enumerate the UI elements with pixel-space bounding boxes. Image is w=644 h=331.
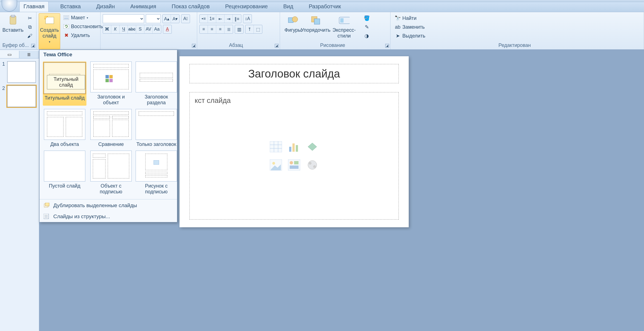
svg-marker-22 [308, 143, 317, 151]
grow-font-button[interactable]: A▴ [163, 15, 171, 23]
svg-point-30 [309, 162, 312, 165]
layout-title-only[interactable]: Только заголовок [136, 109, 177, 147]
layout-content-caption[interactable]: Объект с подписью [90, 151, 132, 195]
panel-view-tabs: ▭ ≣ [0, 51, 39, 58]
thumbnail-number: 1 [2, 61, 6, 67]
popup-separator [39, 199, 177, 199]
slides-tab-icon: ▭ [7, 52, 12, 57]
replace-button[interactable]: ab Заменить [393, 23, 642, 31]
clipboard-dialog-launcher[interactable]: ◢ [31, 44, 35, 48]
layout-label: Объект с подписью [90, 183, 132, 195]
underline-button[interactable]: Ч [120, 25, 128, 33]
svg-rect-27 [294, 161, 299, 164]
shrink-font-button[interactable]: A▾ [171, 15, 179, 23]
arrange-icon [310, 15, 321, 26]
layout-title-slide[interactable]: Титульный слайд Титульный слайд [43, 62, 86, 106]
svg-rect-2 [46, 17, 54, 24]
outline-label: Слайды из структуры... [53, 213, 110, 220]
insert-media-icon[interactable] [305, 157, 320, 173]
layout-label: Макет [71, 15, 85, 21]
change-case-button[interactable]: Aa [153, 25, 161, 33]
svg-point-29 [308, 161, 317, 169]
thumbnail-1[interactable]: 1 [2, 61, 37, 83]
layout-picture-caption[interactable]: Рисунок с подписью [136, 151, 177, 195]
font-family-select[interactable] [103, 14, 144, 23]
shape-fill-button[interactable]: 🪣 [362, 14, 372, 22]
select-button[interactable]: ➤ Выделить [393, 32, 642, 40]
clear-format-button[interactable]: A⃠ [181, 15, 190, 23]
outline-tab-icon: ≣ [27, 52, 31, 57]
insert-table-icon[interactable] [268, 139, 284, 154]
justify-button[interactable]: ≣ [225, 25, 233, 33]
layout-button[interactable]: Макет ▾ [61, 14, 105, 22]
layout-two-content[interactable]: Два объекта [43, 109, 86, 147]
copy-button[interactable]: ⧉ [25, 23, 35, 31]
outdent-button[interactable]: ⇤ [216, 15, 225, 23]
reset-button[interactable]: Восстановить [61, 23, 105, 30]
delete-button[interactable]: ✖ Удалить [61, 31, 105, 39]
strike-button[interactable]: abc [128, 25, 136, 33]
shadow-button[interactable]: S [136, 25, 144, 33]
title-placeholder[interactable]: Заголовок слайда [189, 64, 399, 83]
align-left-button[interactable]: ≡ [200, 25, 208, 33]
svg-rect-32 [105, 75, 109, 78]
layout-section-header[interactable]: Заголовок раздела [136, 62, 177, 106]
paragraph-dialog-launcher[interactable]: ◢ [275, 44, 279, 48]
cut-button[interactable]: ✂ [25, 14, 35, 22]
tab-insert[interactable]: Вставка [56, 2, 85, 12]
insert-smartart-icon[interactable] [305, 139, 320, 154]
find-button[interactable]: 🔭 Найти [393, 14, 642, 22]
tab-animation[interactable]: Анимация [126, 2, 160, 12]
align-center-button[interactable]: ≡ [208, 25, 216, 33]
bold-button[interactable]: Ж [103, 25, 111, 33]
layout-label: Два объекта [43, 142, 86, 147]
paste-label: Вставить [2, 27, 23, 33]
insert-chart-icon[interactable] [286, 139, 302, 154]
duplicate-slides-item[interactable]: Дублировать выделенные слайды [39, 200, 177, 211]
tab-review[interactable]: Рецензирование [221, 2, 271, 12]
tab-developer[interactable]: Разработчик [305, 2, 345, 12]
shape-effects-button[interactable]: ◑ [362, 32, 372, 40]
new-slide-button[interactable]: Создать слайд ▾ [39, 13, 60, 49]
italic-button[interactable]: К [111, 25, 120, 33]
tab-home[interactable]: Главная [19, 1, 49, 12]
char-spacing-button[interactable]: AV [144, 25, 153, 33]
ribbon-tabs: Главная Вставка Дизайн Анимация Показ сл… [0, 2, 644, 12]
svg-rect-20 [292, 143, 295, 152]
format-painter-button[interactable]: 🖌 [25, 32, 35, 40]
smartart-button[interactable]: ⬚ [254, 25, 262, 33]
align-right-button[interactable]: ≡ [216, 25, 225, 33]
layout-title-content[interactable]: Заголовок и объект [90, 62, 132, 106]
drawing-dialog-launcher[interactable]: ◢ [385, 44, 389, 48]
tab-view[interactable]: Вид [279, 2, 297, 12]
tab-design[interactable]: Дизайн [92, 2, 118, 12]
slides-tab[interactable]: ▭ [0, 51, 19, 58]
tab-slideshow[interactable]: Показ слайдов [168, 2, 214, 12]
content-placeholder[interactable]: кст слайда [189, 92, 399, 220]
bullets-button[interactable]: •≡ [200, 15, 208, 23]
slides-from-outline-item[interactable]: Слайды из структуры... [39, 211, 177, 222]
insert-clipart-icon[interactable] [286, 157, 302, 173]
group-paragraph-label: Абзац [197, 42, 275, 48]
line-spacing-button[interactable]: ‖≡ [233, 15, 241, 23]
font-dialog-launcher[interactable]: ◢ [192, 44, 196, 48]
select-label: Выделить [402, 33, 425, 39]
group-clipboard-label: Буфер об... [0, 42, 31, 48]
indent-button[interactable]: ⇥ [225, 15, 233, 23]
layout-comparison[interactable]: Сравнение [90, 109, 132, 147]
slide-canvas[interactable]: Заголовок слайда кст слайда [180, 56, 409, 227]
slides-panel: ▭ ≣ 1 2 [0, 50, 39, 331]
thumbnail-2[interactable]: 2 [2, 86, 37, 107]
insert-picture-icon[interactable] [268, 157, 284, 173]
shape-outline-button[interactable]: ✎ [362, 23, 372, 31]
font-grow-shrink: A▴ A▾ [162, 14, 180, 23]
numbering-button[interactable]: 1≡ [208, 15, 216, 23]
delete-label: Удалить [71, 33, 90, 38]
text-direction-button[interactable]: ↕A [243, 15, 252, 23]
align-text-button[interactable]: ⤒ [246, 25, 254, 33]
outline-tab[interactable]: ≣ [19, 51, 39, 58]
font-size-select[interactable] [146, 14, 161, 23]
columns-button[interactable]: ▥ [235, 25, 243, 33]
layout-blank[interactable]: Пустой слайд [43, 151, 86, 195]
font-color-button[interactable]: A [163, 25, 171, 33]
